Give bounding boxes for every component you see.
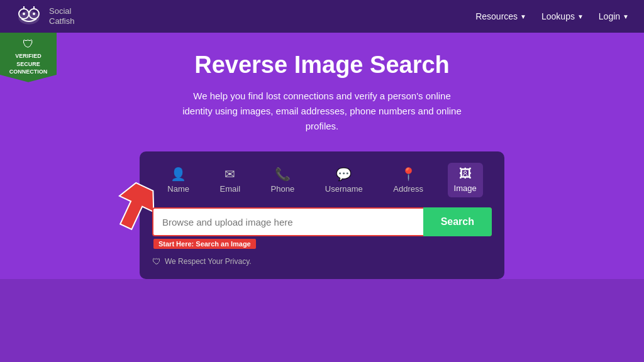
tab-address[interactable]: 📍 Address (387, 163, 430, 197)
shield-icon: 🛡 (23, 38, 34, 51)
username-icon: 💬 (336, 167, 352, 182)
address-icon: 📍 (401, 167, 416, 182)
logo-icon (15, 5, 43, 28)
nav-items: Resources ▼ Lookups ▼ Login ▼ (475, 11, 629, 21)
phone-icon: 📞 (275, 167, 291, 182)
start-here-label: Start Here: Search an Image (153, 239, 256, 249)
page-subtitle: We help you find lost connections and ve… (177, 89, 467, 134)
tab-email[interactable]: ✉ Email (214, 163, 247, 197)
main-content: 🛡 VERIFIED SECURE CONNECTION Reverse Ima… (0, 33, 644, 279)
logo-text: Social Catfish (49, 6, 74, 26)
header: Social Catfish Resources ▼ Lookups ▼ Log… (0, 0, 644, 33)
tab-name[interactable]: 👤 Name (161, 163, 196, 197)
privacy-shield-icon: 🛡 (152, 256, 161, 266)
image-input-area: Search (152, 207, 492, 236)
badge-text: VERIFIED SECURE CONNECTION (9, 52, 48, 76)
nav-lookups[interactable]: Lookups ▼ (541, 11, 584, 21)
chevron-down-icon: ▼ (520, 13, 526, 20)
svg-point-4 (33, 13, 35, 15)
tab-image[interactable]: 🖼 Image (448, 163, 483, 197)
logo: Social Catfish (15, 5, 74, 28)
logo-line1: Social (49, 6, 74, 16)
email-icon: ✉ (225, 167, 235, 182)
search-widget: 👤 Name ✉ Email 📞 Phone 💬 Username 📍 Addr… (140, 151, 504, 279)
logo-line2: Catfish (49, 16, 74, 26)
nav-resources[interactable]: Resources ▼ (475, 11, 526, 21)
image-icon: 🖼 (459, 167, 472, 181)
search-button[interactable]: Search (423, 207, 492, 236)
tab-username[interactable]: 💬 Username (319, 163, 369, 197)
chevron-down-icon: ▼ (577, 13, 584, 20)
privacy-notice: 🛡 We Respect Your Privacy. (152, 256, 492, 266)
svg-point-3 (23, 13, 25, 15)
privacy-text: We Respect Your Privacy. (165, 257, 252, 266)
tab-phone[interactable]: 📞 Phone (265, 163, 301, 197)
verified-secure-badge: 🛡 VERIFIED SECURE CONNECTION (0, 33, 57, 82)
page-title: Reverse Image Search (194, 52, 450, 79)
nav-login[interactable]: Login ▼ (599, 11, 629, 21)
person-icon: 👤 (170, 167, 186, 182)
chevron-down-icon: ▼ (623, 13, 629, 20)
search-tabs: 👤 Name ✉ Email 📞 Phone 💬 Username 📍 Addr… (152, 163, 492, 197)
